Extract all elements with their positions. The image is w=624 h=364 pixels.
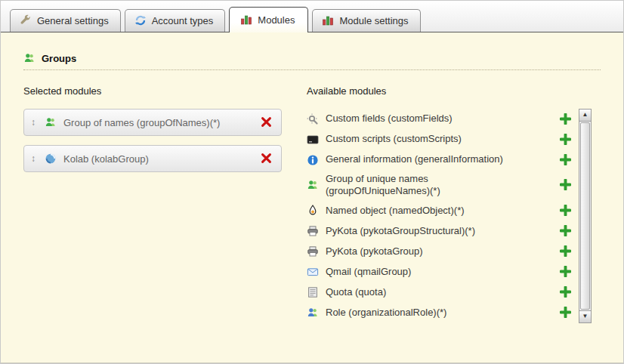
available-module-generalInformation: General information (generalInformation)	[307, 150, 573, 170]
selected-module-kolabGroup[interactable]: ↕ Kolab (kolabGroup)	[23, 145, 282, 172]
available-module-label: Role (organizationalRole)(*)	[326, 307, 531, 319]
scroll-down-button[interactable]: ▼	[579, 310, 591, 322]
add-icon	[560, 286, 572, 298]
add-module-button[interactable]	[559, 204, 573, 217]
printer-icon	[307, 225, 319, 237]
available-module-pykotaGroupStructural: PyKota (pykotaGroupStructural)(*)	[307, 221, 573, 242]
scroll-up-button[interactable]: ▲	[579, 110, 591, 122]
add-module-button[interactable]	[559, 285, 573, 299]
module-settings-icon	[322, 14, 334, 26]
role-icon	[307, 307, 319, 319]
wrench-icon	[20, 14, 32, 26]
groups-icon	[23, 52, 36, 64]
selected-module-groupOfNames[interactable]: ↕ Group of names (groupOfNames)(*)	[23, 109, 282, 136]
add-module-button[interactable]	[559, 113, 573, 126]
printer-icon	[307, 245, 319, 258]
quota-icon	[307, 286, 319, 298]
add-icon	[560, 113, 572, 125]
info-icon	[307, 154, 319, 166]
delete-module-button[interactable]	[260, 152, 273, 165]
refresh-icon	[134, 14, 147, 26]
delete-icon	[261, 153, 273, 165]
add-module-button[interactable]	[559, 178, 573, 192]
delete-module-button[interactable]	[260, 116, 273, 129]
add-module-button[interactable]	[559, 133, 573, 147]
add-icon	[560, 225, 572, 237]
available-module-quota: Quota (quota)	[307, 282, 573, 303]
available-modules-list: Custom fields (customFields)	[307, 109, 573, 323]
group-icon	[307, 179, 319, 191]
selected-modules-heading: Selected modules	[23, 85, 307, 97]
add-module-button[interactable]	[559, 153, 573, 167]
tab-label: Account types	[152, 15, 214, 26]
available-module-customFields: Custom fields (customFields)	[307, 109, 573, 129]
available-module-qmailGroup: Qmail (qmailGroup)	[307, 262, 573, 282]
modules-page: General settings Account types	[0, 0, 624, 364]
scrollbar-thumb[interactable]	[580, 122, 590, 310]
kolab-icon	[45, 153, 57, 165]
delete-icon	[261, 116, 273, 128]
available-modules-column: Available modules Custom field	[307, 85, 601, 323]
add-module-button[interactable]	[559, 245, 573, 258]
available-modules-scrollbar[interactable]: ▲ ▼	[579, 109, 592, 323]
available-module-label: Quota (quota)	[326, 286, 531, 298]
group-icon	[45, 116, 57, 128]
sort-handle-icon[interactable]: ↕	[29, 116, 38, 128]
available-module-label: General information (generalInformation)	[326, 153, 531, 165]
available-module-customScripts: Custom scripts (customScripts)	[307, 129, 573, 150]
available-module-pykotaGroup: PyKota (pykotaGroup)	[307, 242, 573, 262]
modules-content: Groups Selected modules ↕ Gr	[1, 32, 623, 363]
available-module-label: PyKota (pykotaGroupStructural)(*)	[326, 225, 531, 237]
tab-label: Modules	[258, 14, 295, 26]
available-module-label: Custom scripts (customScripts)	[326, 133, 531, 145]
available-module-namedObject: Named object (namedObject)(*)	[307, 201, 573, 221]
selected-module-label: Kolab (kolabGroup)	[63, 153, 253, 165]
tab-modules[interactable]: Modules	[229, 7, 308, 32]
tab-account-types[interactable]: Account types	[125, 9, 226, 32]
available-module-label: Named object (namedObject)(*)	[326, 205, 531, 217]
named-object-icon	[307, 205, 319, 217]
add-icon	[560, 205, 572, 217]
add-module-button[interactable]	[559, 224, 573, 238]
available-module-organizationalRole: Role (organizationalRole)(*)	[307, 303, 573, 323]
add-module-button[interactable]	[559, 306, 573, 319]
custom-scripts-icon	[307, 134, 319, 146]
section-title: Groups	[42, 53, 76, 64]
tab-general-settings[interactable]: General settings	[10, 9, 121, 32]
add-icon	[560, 179, 572, 191]
add-module-button[interactable]	[559, 265, 573, 279]
section-heading-groups: Groups	[23, 52, 601, 70]
available-module-label: Qmail (qmailGroup)	[326, 266, 531, 278]
sort-handle-icon[interactable]: ↕	[29, 153, 38, 165]
add-icon	[560, 266, 572, 278]
available-module-label: PyKota (pykotaGroup)	[326, 245, 531, 258]
add-icon	[560, 154, 572, 166]
custom-fields-icon	[307, 113, 319, 125]
tab-module-settings[interactable]: Module settings	[312, 9, 420, 32]
tab-label: General settings	[37, 15, 109, 26]
mail-icon	[307, 266, 319, 278]
add-icon	[560, 307, 572, 319]
tab-bar: General settings Account types	[1, 1, 623, 32]
available-module-label: Custom fields (customFields)	[326, 113, 531, 125]
tab-label: Module settings	[339, 15, 408, 26]
selected-modules-column: Selected modules ↕ Group of names (group…	[23, 85, 307, 323]
available-module-groupOfUniqueNames: Group of unique names (groupOfUniqueName…	[307, 170, 573, 201]
modules-icon	[240, 14, 252, 26]
add-icon	[560, 134, 572, 146]
available-modules-heading: Available modules	[307, 85, 601, 97]
selected-module-label: Group of names (groupOfNames)(*)	[63, 117, 253, 128]
available-module-label: Group of unique names (groupOfUniqueName…	[326, 173, 531, 198]
add-icon	[560, 245, 572, 258]
